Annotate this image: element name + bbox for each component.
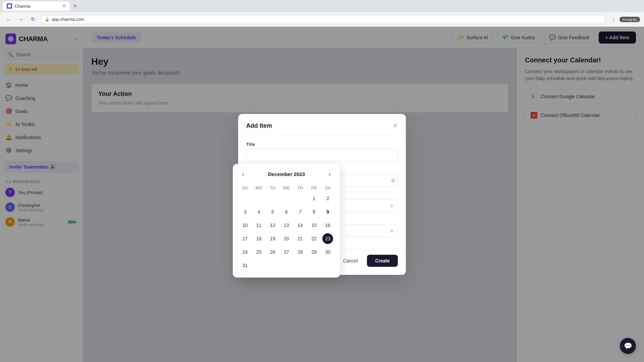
calendar-cell: 30 — [321, 245, 335, 259]
new-tab-button[interactable]: + — [71, 2, 79, 10]
calendar-cell: 25 — [252, 245, 266, 259]
calendar-cell: 14 — [293, 219, 307, 232]
tab-title: Charma — [15, 4, 30, 9]
calendar-day-header: WE — [279, 184, 293, 192]
calendar-cell: 18 — [252, 232, 266, 245]
tab-close-button[interactable]: ✕ — [62, 4, 66, 8]
create-button[interactable]: Create — [367, 255, 398, 267]
chat-bubble-button[interactable]: 💬 — [620, 338, 636, 354]
calendar-day[interactable]: 9 — [322, 206, 333, 217]
calendar-day-header: TH — [293, 184, 307, 192]
calendar-cell: 24 — [238, 245, 252, 259]
incognito-badge: Incognito — [620, 17, 640, 22]
calendar-day[interactable]: 13 — [281, 220, 292, 231]
calendar-day[interactable]: 19 — [267, 233, 278, 244]
calendar-prev-button[interactable]: ‹ — [239, 169, 247, 179]
extensions-button[interactable]: ⋮ — [609, 15, 618, 24]
calendar-grid: SUMOTUWETHFRSA .....12345678910111213141… — [238, 184, 335, 272]
calendar-cell: 16 — [321, 219, 335, 232]
calendar-header: ‹ December 2023 › — [238, 169, 335, 179]
reload-button[interactable]: ↻ — [28, 15, 38, 24]
due-date-field-group: Due Date ⊗ ‹ December 2023 › — [246, 167, 398, 187]
svg-point-0 — [8, 4, 11, 8]
calendar-cell: 27 — [279, 245, 293, 259]
calendar-cell: 22 — [307, 232, 321, 245]
calendar-day[interactable]: 16 — [322, 220, 333, 231]
calendar-day[interactable]: 5 — [267, 206, 278, 217]
calendar-next-button[interactable]: › — [326, 169, 333, 179]
forward-button[interactable]: → — [16, 15, 25, 24]
calendar-cell: 12 — [266, 219, 279, 232]
calendar-day[interactable]: 26 — [267, 247, 278, 257]
calendar-day: . — [267, 260, 278, 271]
calendar-day[interactable]: 8 — [309, 206, 319, 217]
calendar-day[interactable]: 28 — [295, 247, 306, 257]
calendar-day: . — [267, 193, 278, 204]
calendar-cell: 2 — [321, 192, 335, 205]
calendar-cell: . — [238, 192, 252, 205]
calendar-day[interactable]: 22 — [309, 233, 319, 244]
calendar-day[interactable]: 21 — [295, 233, 306, 244]
calendar-day[interactable]: 30 — [322, 247, 333, 257]
calendar-cell: 26 — [266, 245, 279, 259]
calendar-day[interactable]: 1 — [309, 193, 319, 204]
calendar-cell: 11 — [252, 219, 266, 232]
cancel-button[interactable]: Cancel — [338, 255, 363, 267]
calendar-day[interactable]: 31 — [240, 260, 251, 271]
browser-extras: ⋮ Incognito — [609, 15, 640, 24]
calendar-day: . — [254, 193, 264, 204]
calendar-cell: 31 — [238, 259, 252, 272]
address-bar[interactable]: 🔒 app.charma.com — [40, 15, 606, 24]
calendar-month-title: December 2023 — [268, 171, 305, 177]
back-button[interactable]: ← — [4, 15, 13, 24]
calendar-day[interactable]: 17 — [240, 233, 251, 244]
title-input[interactable] — [246, 149, 398, 162]
calendar-cell: 10 — [238, 219, 252, 232]
calendar-cell: . — [266, 259, 279, 272]
title-label: Title — [246, 142, 398, 147]
calendar-day[interactable]: 24 — [240, 247, 251, 257]
calendar-day: . — [295, 260, 306, 271]
calendar-day[interactable]: 11 — [254, 220, 264, 231]
calendar-cell: 7 — [293, 205, 307, 219]
calendar-cell: 13 — [279, 219, 293, 232]
calendar-cell: 3 — [238, 205, 252, 219]
calendar-cell: 8 — [307, 205, 321, 219]
modal-title: Add Item — [246, 122, 272, 129]
calendar-day: . — [254, 260, 264, 271]
calendar-cell: . — [279, 192, 293, 205]
calendar-day-header: SA — [321, 184, 335, 192]
calendar-day[interactable]: 14 — [295, 220, 306, 231]
calendar-cell: 1 — [307, 192, 321, 205]
calendar-day[interactable]: 3 — [240, 206, 251, 217]
calendar-day-header: TU — [266, 184, 279, 192]
calendar-cell: . — [321, 259, 335, 272]
add-item-modal: Add Item ✕ Title Due Date ⊗ ‹ — [238, 114, 406, 275]
calendar-day[interactable]: 18 — [254, 233, 264, 244]
calendar-day: . — [281, 193, 292, 204]
browser-titlebar: Charma ✕ + — [0, 0, 644, 12]
modal-close-button[interactable]: ✕ — [393, 122, 398, 129]
calendar-day[interactable]: 23 — [322, 233, 333, 244]
browser-tab[interactable]: Charma ✕ — [3, 1, 70, 11]
calendar-day[interactable]: 15 — [309, 220, 319, 231]
calendar-cell: . — [252, 192, 266, 205]
modal-overlay: Add Item ✕ Title Due Date ⊗ ‹ — [0, 27, 644, 362]
calendar-day[interactable]: 20 — [281, 233, 292, 244]
calendar-day[interactable]: 10 — [240, 220, 251, 231]
calendar-day[interactable]: 27 — [281, 247, 292, 257]
calendar-cell: 15 — [307, 219, 321, 232]
calendar-day[interactable]: 6 — [281, 206, 292, 217]
calendar-cell: . — [252, 259, 266, 272]
clear-date-button[interactable]: ⊗ — [391, 177, 395, 184]
calendar-day[interactable]: 4 — [254, 206, 264, 217]
title-field-group: Title — [246, 142, 398, 162]
calendar-cell: 29 — [307, 245, 321, 259]
browser-controls: ← → ↻ 🔒 app.charma.com ⋮ Incognito — [0, 12, 644, 27]
calendar-day[interactable]: 29 — [309, 247, 319, 257]
calendar-day[interactable]: 25 — [254, 247, 264, 257]
calendar-day[interactable]: 7 — [295, 206, 306, 217]
calendar-day[interactable]: 12 — [267, 220, 278, 231]
calendar-cell: 5 — [266, 205, 279, 219]
calendar-day[interactable]: 2 — [322, 193, 333, 204]
